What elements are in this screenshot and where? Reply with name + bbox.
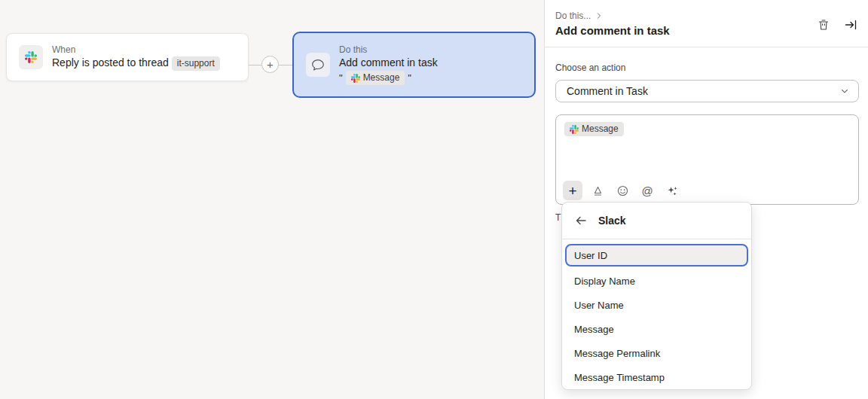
comment-bubble-icon [311,58,325,72]
menu-item-user-id[interactable]: User ID [565,244,748,267]
page-title: Add comment in task [555,24,670,37]
menu-item-message-permalink[interactable]: Message Permalink [562,341,751,365]
config-panel: Do this... Add comment in task Choose an… [545,0,868,399]
variable-menu-title: Slack [598,215,626,227]
workflow-canvas[interactable]: When Reply is posted to thread it-suppor… [0,0,545,399]
variable-pill: Message [346,71,405,85]
slack-icon [570,125,579,134]
slack-icon [25,51,37,63]
quote-close: " [408,72,411,84]
action-card-value: " Message " [339,71,438,85]
trigger-card-label: When [52,44,220,55]
collapse-panel-button[interactable] [844,18,857,32]
text-format-button[interactable] [588,181,607,200]
action-select[interactable]: Comment in Task [555,80,859,102]
action-card-label: Do this [339,44,438,55]
trigger-card-title: Reply is posted to thread it-support [52,56,220,71]
variable-pill[interactable]: Message [564,122,624,136]
menu-item-display-name[interactable]: Display Name [562,269,751,293]
trigger-card[interactable]: When Reply is posted to thread it-suppor… [6,33,249,81]
connector-line [249,65,261,65]
collapse-right-icon [845,19,857,31]
slack-icon [351,74,360,83]
clipped-field-label: T [555,212,561,223]
variable-list: User ID Display Name User Name Message M… [562,239,751,389]
action-field-label: Choose an action [555,62,625,73]
variable-menu: Slack User ID Display Name User Name Mes… [561,202,752,390]
menu-item-message-timestamp[interactable]: Message Timestamp [562,365,751,389]
comment-editor[interactable]: Message + @ [555,114,859,205]
arrow-left-icon [575,215,587,227]
action-card-selected[interactable]: Do this Add comment in task " Message " [292,32,536,98]
breadcrumb[interactable]: Do this... [555,11,603,21]
slack-app-icon-box [19,45,43,69]
action-select-value: Comment in Task [567,85,648,97]
menu-item-message[interactable]: Message [562,317,751,341]
quote-open: " [339,72,343,84]
delete-step-button[interactable] [817,18,830,32]
chevron-down-icon [840,87,849,96]
comment-icon-box [306,53,330,77]
editor-toolbar: + @ [563,181,682,200]
trash-icon [818,19,830,31]
channel-pill: it-support [172,56,220,71]
sparkles-icon [666,184,679,197]
insert-variable-button[interactable]: + [563,181,582,200]
emoji-button[interactable] [613,181,632,200]
connector-line [279,65,292,65]
divider [545,47,868,47]
format-text-icon [591,184,604,197]
add-step-button[interactable]: + [261,56,279,73]
chevron-right-icon [595,12,603,20]
smiley-icon [616,184,629,197]
breadcrumb-label[interactable]: Do this... [555,11,591,21]
variable-menu-header: Slack [562,203,751,239]
menu-item-user-name[interactable]: User Name [562,293,751,317]
ai-sparkles-button[interactable] [662,181,682,200]
action-card-title: Add comment in task [339,56,438,69]
mention-button[interactable]: @ [637,181,657,200]
back-button[interactable] [574,214,588,227]
